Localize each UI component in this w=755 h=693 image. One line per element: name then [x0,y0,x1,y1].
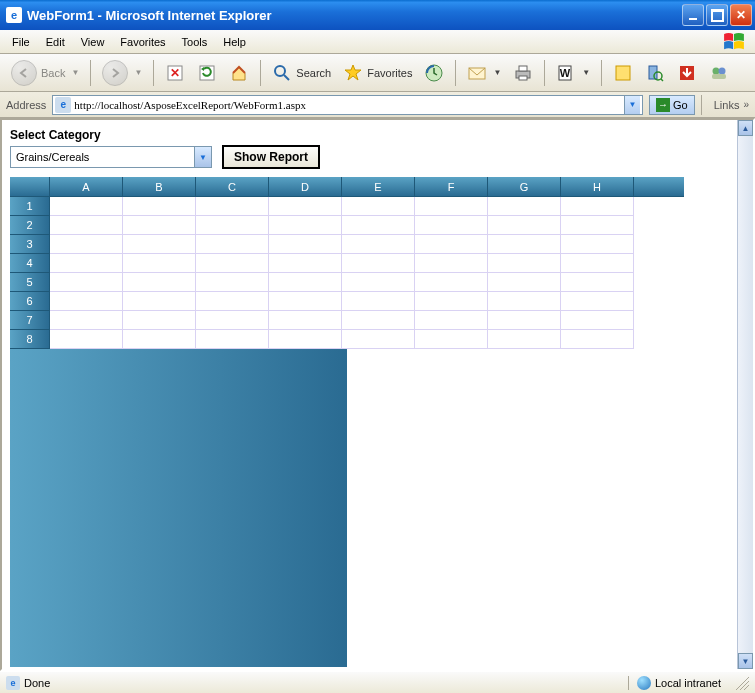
cell[interactable] [488,273,561,292]
scroll-up-button[interactable]: ▲ [738,120,753,136]
mail-button[interactable]: ▼ [462,59,506,87]
cell[interactable] [123,292,196,311]
address-input[interactable] [74,99,624,111]
home-button[interactable] [224,59,254,87]
col-header[interactable]: G [488,177,561,197]
cell-area[interactable] [50,197,634,349]
cell[interactable] [488,197,561,216]
links-toolbar[interactable]: Links » [714,99,749,111]
row-header[interactable]: 1 [10,197,50,216]
cell[interactable] [342,311,415,330]
cell[interactable] [123,311,196,330]
cell[interactable] [269,235,342,254]
category-select[interactable]: Grains/Cereals ▼ [10,146,212,168]
maximize-button[interactable] [706,4,728,26]
cell[interactable] [269,197,342,216]
cell[interactable] [196,216,269,235]
cell[interactable] [488,216,561,235]
cell[interactable] [561,330,634,349]
menu-view[interactable]: View [73,33,113,51]
cell[interactable] [415,292,488,311]
forward-button[interactable]: ▼ [97,59,147,87]
cell[interactable] [269,216,342,235]
cell[interactable] [342,197,415,216]
show-report-button[interactable]: Show Report [222,145,320,169]
chevron-down-icon[interactable]: ▼ [194,147,211,167]
cell[interactable] [488,292,561,311]
col-header[interactable]: F [415,177,488,197]
cell[interactable] [50,216,123,235]
minimize-button[interactable] [682,4,704,26]
research-button[interactable] [640,59,670,87]
address-dropdown[interactable]: ▼ [624,96,640,114]
cell[interactable] [488,311,561,330]
cell[interactable] [269,254,342,273]
cell[interactable] [50,254,123,273]
cell[interactable] [488,330,561,349]
discuss-button[interactable] [608,59,638,87]
cell[interactable] [269,330,342,349]
cell[interactable] [342,216,415,235]
cell[interactable] [50,273,123,292]
cell[interactable] [561,216,634,235]
cell[interactable] [415,235,488,254]
cell[interactable] [415,311,488,330]
cell[interactable] [50,235,123,254]
cell[interactable] [196,235,269,254]
row-header[interactable]: 2 [10,216,50,235]
cell[interactable] [561,197,634,216]
cell[interactable] [196,292,269,311]
cell[interactable] [123,273,196,292]
menu-help[interactable]: Help [215,33,254,51]
scroll-track[interactable] [738,136,753,653]
menu-edit[interactable]: Edit [38,33,73,51]
flashget-button[interactable] [672,59,702,87]
cell[interactable] [342,254,415,273]
cell[interactable] [561,311,634,330]
spreadsheet-grid[interactable]: A B C D E F G H 1 2 3 4 5 6 [10,177,684,667]
cell[interactable] [488,235,561,254]
search-button[interactable]: Search [267,59,336,87]
stop-button[interactable]: ✕ [160,59,190,87]
cell[interactable] [50,292,123,311]
back-button[interactable]: Back ▼ [6,59,84,87]
col-header[interactable]: H [561,177,634,197]
cell[interactable] [342,292,415,311]
col-header[interactable]: D [269,177,342,197]
cell[interactable] [415,273,488,292]
menu-file[interactable]: File [4,33,38,51]
cell[interactable] [196,273,269,292]
cell[interactable] [415,254,488,273]
cell[interactable] [123,254,196,273]
edit-button[interactable]: W ▼ [551,59,595,87]
select-all-corner[interactable] [10,177,50,197]
menu-tools[interactable]: Tools [174,33,216,51]
cell[interactable] [50,330,123,349]
col-header[interactable]: E [342,177,415,197]
cell[interactable] [196,311,269,330]
row-header[interactable]: 5 [10,273,50,292]
cell[interactable] [50,311,123,330]
row-header[interactable]: 3 [10,235,50,254]
history-button[interactable] [419,59,449,87]
cell[interactable] [415,216,488,235]
cell[interactable] [196,254,269,273]
scroll-down-button[interactable]: ▼ [738,653,753,669]
cell[interactable] [488,254,561,273]
row-header[interactable]: 6 [10,292,50,311]
vertical-scrollbar[interactable]: ▲ ▼ [737,120,753,669]
security-zone[interactable]: Local intranet [628,676,729,690]
row-header[interactable]: 7 [10,311,50,330]
print-button[interactable] [508,59,538,87]
cell[interactable] [561,292,634,311]
col-header[interactable]: C [196,177,269,197]
cell[interactable] [123,197,196,216]
cell[interactable] [123,216,196,235]
row-header[interactable]: 4 [10,254,50,273]
cell[interactable] [50,197,123,216]
row-header[interactable]: 8 [10,330,50,349]
messenger-button[interactable] [704,59,734,87]
address-field[interactable]: e ▼ [52,95,643,115]
favorites-button[interactable]: Favorites [338,59,417,87]
cell[interactable] [561,254,634,273]
